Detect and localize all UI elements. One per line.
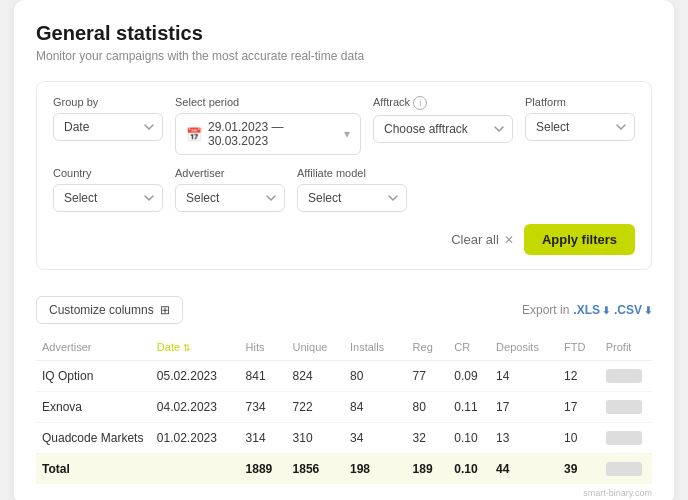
table-toolbar: Customize columns ⊞ Export in .XLS ⬇ .CS…: [36, 284, 652, 334]
total-cell-hits: 1889: [240, 454, 287, 485]
total-cell-ftd: 39: [558, 454, 600, 485]
watermark: smart-binary.com: [36, 484, 652, 500]
col-header-profit: Profit: [600, 334, 652, 361]
cell-hits: 841: [240, 361, 287, 392]
cell-hits: 314: [240, 423, 287, 454]
cell-installs: 84: [344, 392, 407, 423]
group-by-label: Group by: [53, 96, 163, 108]
col-header-deposits: Deposits: [490, 334, 558, 361]
cell-reg: 32: [407, 423, 449, 454]
cell-profit: ████: [600, 423, 652, 454]
cell-profit: ████: [600, 361, 652, 392]
customize-columns-button[interactable]: Customize columns ⊞: [36, 296, 183, 324]
export-xls-button[interactable]: .XLS ⬇: [573, 303, 610, 317]
cell-advertiser: IQ Option: [36, 361, 151, 392]
cell-installs: 34: [344, 423, 407, 454]
afftrack-filter: Afftrack i Choose afftrack: [373, 96, 513, 155]
platform-label: Platform: [525, 96, 635, 108]
sort-icon: ⇅: [183, 343, 191, 353]
cell-cr: 0.10: [448, 423, 490, 454]
export-csv-button[interactable]: .CSV ⬇: [614, 303, 652, 317]
cell-deposits: 14: [490, 361, 558, 392]
total-cell-profit: ████: [600, 454, 652, 485]
total-cell-installs: 198: [344, 454, 407, 485]
filter-row-2: Country Select Advertiser Select Affilia…: [53, 167, 635, 212]
afftrack-label: Afftrack i: [373, 96, 513, 110]
afftrack-info-icon[interactable]: i: [413, 96, 427, 110]
table-row: Exnova04.02.202373472284800.111717████: [36, 392, 652, 423]
country-select[interactable]: Select: [53, 184, 163, 212]
export-label: Export in: [522, 303, 569, 317]
cell-unique: 824: [287, 361, 344, 392]
total-cell-date: [151, 454, 240, 485]
cell-reg: 80: [407, 392, 449, 423]
filters-section: Group by Date Week Month Select period 📅…: [36, 81, 652, 270]
export-area: Export in .XLS ⬇ .CSV ⬇: [522, 303, 652, 317]
cell-ftd: 12: [558, 361, 600, 392]
advertiser-filter: Advertiser Select: [175, 167, 285, 212]
country-label: Country: [53, 167, 163, 179]
affiliate-model-filter: Affiliate model Select: [297, 167, 407, 212]
table-row: Quadcode Markets01.02.202331431034320.10…: [36, 423, 652, 454]
filter-actions: Clear all ✕ Apply filters: [53, 224, 635, 255]
col-header-reg: Reg: [407, 334, 449, 361]
group-by-filter: Group by Date Week Month: [53, 96, 163, 155]
filter-row-1: Group by Date Week Month Select period 📅…: [53, 96, 635, 155]
country-filter: Country Select: [53, 167, 163, 212]
col-header-hits: Hits: [240, 334, 287, 361]
period-filter: Select period 📅 29.01.2023 — 30.03.2023 …: [175, 96, 361, 155]
col-header-date[interactable]: Date ⇅: [151, 334, 240, 361]
affiliate-model-select[interactable]: Select: [297, 184, 407, 212]
cell-cr: 0.11: [448, 392, 490, 423]
chevron-down-icon: ▾: [344, 127, 350, 141]
table-header-row: Advertiser Date ⇅ Hits Unique Installs R…: [36, 334, 652, 361]
cell-profit: ████: [600, 392, 652, 423]
cell-ftd: 10: [558, 423, 600, 454]
period-value: 29.01.2023 — 30.03.2023: [208, 120, 338, 148]
total-cell-deposits: 44: [490, 454, 558, 485]
col-header-ftd: FTD: [558, 334, 600, 361]
cell-hits: 734: [240, 392, 287, 423]
table-row: IQ Option05.02.202384182480770.091412███…: [36, 361, 652, 392]
download-icon: ⬇: [644, 305, 652, 316]
advertiser-select[interactable]: Select: [175, 184, 285, 212]
statistics-table: Advertiser Date ⇅ Hits Unique Installs R…: [36, 334, 652, 484]
col-header-unique: Unique: [287, 334, 344, 361]
download-icon: ⬇: [602, 305, 610, 316]
main-card: General statistics Monitor your campaign…: [14, 0, 674, 500]
total-cell-cr: 0.10: [448, 454, 490, 485]
cell-advertiser: Quadcode Markets: [36, 423, 151, 454]
table-icon: ⊞: [160, 303, 170, 317]
page-title: General statistics: [36, 22, 652, 45]
cell-advertiser: Exnova: [36, 392, 151, 423]
cell-deposits: 13: [490, 423, 558, 454]
total-cell-unique: 1856: [287, 454, 344, 485]
total-row: Total188918561981890.104439████: [36, 454, 652, 485]
cell-date: 01.02.2023: [151, 423, 240, 454]
cell-deposits: 17: [490, 392, 558, 423]
cell-cr: 0.09: [448, 361, 490, 392]
group-by-select[interactable]: Date Week Month: [53, 113, 163, 141]
advertiser-label: Advertiser: [175, 167, 285, 179]
clear-label: Clear all: [451, 232, 499, 247]
clear-all-button[interactable]: Clear all ✕: [451, 232, 514, 247]
col-header-installs: Installs: [344, 334, 407, 361]
platform-select[interactable]: Select: [525, 113, 635, 141]
affiliate-model-label: Affiliate model: [297, 167, 407, 179]
cell-ftd: 17: [558, 392, 600, 423]
apply-filters-button[interactable]: Apply filters: [524, 224, 635, 255]
total-cell-advertiser: Total: [36, 454, 151, 485]
close-icon: ✕: [504, 233, 514, 247]
period-label: Select period: [175, 96, 361, 108]
calendar-icon: 📅: [186, 127, 202, 142]
cell-unique: 310: [287, 423, 344, 454]
platform-filter: Platform Select: [525, 96, 635, 155]
col-header-cr: CR: [448, 334, 490, 361]
customize-label: Customize columns: [49, 303, 154, 317]
period-picker[interactable]: 📅 29.01.2023 — 30.03.2023 ▾: [175, 113, 361, 155]
cell-date: 05.02.2023: [151, 361, 240, 392]
afftrack-select[interactable]: Choose afftrack: [373, 115, 513, 143]
col-header-advertiser: Advertiser: [36, 334, 151, 361]
page-subtitle: Monitor your campaigns with the most acc…: [36, 49, 652, 63]
cell-reg: 77: [407, 361, 449, 392]
